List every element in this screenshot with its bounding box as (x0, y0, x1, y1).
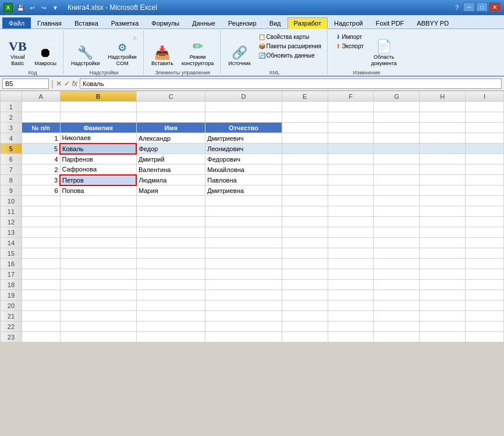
tab-insert[interactable]: Вставка (68, 17, 105, 28)
cell-H7[interactable] (420, 165, 466, 175)
cell-I5[interactable] (466, 144, 504, 154)
doc-area-btn[interactable]: 📄 Областьдокумента (368, 33, 400, 69)
cell-B2[interactable] (60, 112, 136, 123)
cell-D4[interactable]: Дмитриевич (205, 133, 282, 144)
cell-F3[interactable] (328, 123, 374, 133)
cell-E6[interactable] (282, 154, 328, 165)
map-properties-btn[interactable]: 📋 Свойства карты (256, 33, 324, 41)
qa-dropdown-btn[interactable]: ▼ (50, 2, 61, 13)
cell-H2[interactable] (420, 112, 466, 123)
export-btn[interactable]: ⬆ Экспорт (333, 42, 366, 51)
cell-H4[interactable] (420, 133, 466, 144)
insert-controls-btn[interactable]: 📥 Вставить (148, 33, 176, 69)
cell-A9[interactable]: 6 (22, 185, 60, 196)
help-btn[interactable]: ? (452, 2, 462, 13)
refresh-data-btn[interactable]: 🔄 Обновить данные (256, 51, 324, 60)
col-header-G[interactable]: G (374, 91, 420, 102)
tab-addins[interactable]: Надстрой (328, 17, 369, 28)
cell-I3[interactable] (466, 123, 504, 133)
cell-F8[interactable] (328, 175, 374, 185)
cell-E5[interactable] (282, 144, 328, 154)
tab-view[interactable]: Вид (263, 17, 288, 28)
source-btn[interactable]: 🔗 Источник (225, 33, 253, 69)
visual-basic-btn[interactable]: VB VisualBasic (6, 33, 30, 69)
cell-E7[interactable] (282, 165, 328, 175)
com-addins-btn[interactable]: ⚙ ⚠ НадстройкиCOM (105, 33, 139, 69)
tab-formulas[interactable]: Формулы (145, 17, 186, 28)
cell-G2[interactable] (374, 112, 420, 123)
cell-A3[interactable]: № п/п (22, 123, 60, 133)
cell-C9[interactable]: Мария (136, 185, 205, 196)
redo-quick-btn[interactable]: ↪ (38, 2, 49, 13)
tab-data[interactable]: Данные (186, 17, 222, 28)
cell-H8[interactable] (420, 175, 466, 185)
col-header-D[interactable]: D (205, 91, 282, 102)
cell-I2[interactable] (466, 112, 504, 123)
maximize-btn[interactable]: □ (476, 2, 488, 12)
cell-F2[interactable] (328, 112, 374, 123)
cell-A4[interactable]: 1 (22, 133, 60, 144)
cell-E8[interactable] (282, 175, 328, 185)
cell-E3[interactable] (282, 123, 328, 133)
cell-B4[interactable]: Николаев (60, 133, 136, 144)
cell-I1[interactable] (466, 102, 504, 112)
tab-review[interactable]: Рецензир (222, 17, 263, 28)
cell-F4[interactable] (328, 133, 374, 144)
cell-F7[interactable] (328, 165, 374, 175)
col-header-B[interactable]: B (60, 91, 136, 102)
cell-G7[interactable] (374, 165, 420, 175)
tab-layout[interactable]: Разметка (105, 17, 145, 28)
cell-G8[interactable] (374, 175, 420, 185)
cell-D1[interactable] (205, 102, 282, 112)
cell-G5[interactable] (374, 144, 420, 154)
cell-D2[interactable] (205, 112, 282, 123)
cell-C2[interactable] (136, 112, 205, 123)
cell-I8[interactable] (466, 175, 504, 185)
cell-F9[interactable] (328, 185, 374, 196)
cell-A8[interactable]: 3 (22, 175, 60, 185)
cell-G1[interactable] (374, 102, 420, 112)
cell-C4[interactable]: Александр (136, 133, 205, 144)
cell-D9[interactable]: Дмитриевна (205, 185, 282, 196)
cell-E2[interactable] (282, 112, 328, 123)
cell-C1[interactable] (136, 102, 205, 112)
cell-A6[interactable]: 4 (22, 154, 60, 165)
cell-I9[interactable] (466, 185, 504, 196)
cell-C8[interactable]: Людмила (136, 175, 205, 185)
tab-developer[interactable]: Разработ (288, 17, 328, 29)
cell-D8[interactable]: Павловна (205, 175, 282, 185)
cancel-formula-icon[interactable]: ✕ (56, 80, 62, 88)
confirm-formula-icon[interactable]: ✓ (64, 80, 70, 88)
close-btn[interactable]: ✕ (489, 2, 501, 12)
tab-home[interactable]: Главная (31, 17, 68, 28)
tab-file[interactable]: Файл (2, 17, 31, 28)
cell-F5[interactable] (328, 144, 374, 154)
cell-I7[interactable] (466, 165, 504, 175)
col-header-F[interactable]: F (328, 91, 374, 102)
cell-A2[interactable] (22, 112, 60, 123)
cell-H9[interactable] (420, 185, 466, 196)
cell-B5[interactable]: Коваль (60, 144, 136, 154)
cell-H3[interactable] (420, 123, 466, 133)
macros-btn[interactable]: ⏺ Макросы (32, 33, 60, 69)
cell-B3[interactable]: Фамилия (60, 123, 136, 133)
cell-C7[interactable]: Валентина (136, 165, 205, 175)
cell-E9[interactable] (282, 185, 328, 196)
cell-D6[interactable]: Федорович (205, 154, 282, 165)
addins-btn[interactable]: 🔧 Надстройки (68, 33, 102, 69)
col-header-A[interactable]: A (22, 91, 60, 102)
minimize-btn[interactable]: ─ (463, 2, 475, 12)
col-header-C[interactable]: C (136, 91, 205, 102)
tab-foxit[interactable]: Foxit PDF (369, 17, 410, 28)
cell-E4[interactable] (282, 133, 328, 144)
col-header-I[interactable]: I (466, 91, 504, 102)
import-btn[interactable]: ⬇ Импорт (333, 33, 366, 41)
cell-C6[interactable]: Дмитрий (136, 154, 205, 165)
design-mode-btn[interactable]: ✏ Режимконструктора (179, 33, 216, 69)
cell-D7[interactable]: Михайловна (205, 165, 282, 175)
cell-G6[interactable] (374, 154, 420, 165)
insert-function-icon[interactable]: fx (72, 80, 77, 88)
tab-abbyy[interactable]: ABBYY PD (410, 17, 455, 28)
cell-C3[interactable]: Имя (136, 123, 205, 133)
cell-A1[interactable] (22, 102, 60, 112)
